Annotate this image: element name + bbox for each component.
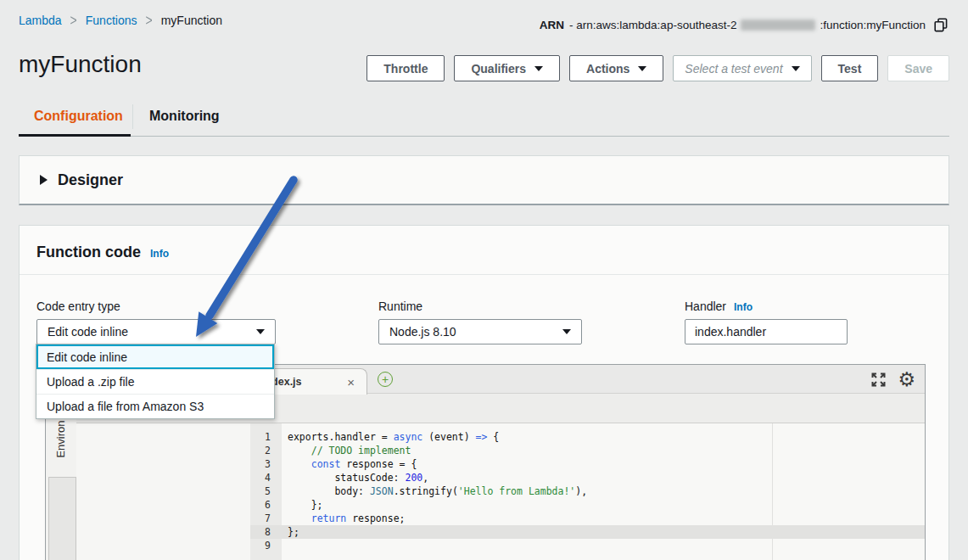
line-number: 9: [250, 539, 282, 552]
code-line[interactable]: 4 statusCode: 200,: [250, 471, 925, 484]
panel-divider: [20, 274, 948, 275]
active-tab-indicator: [19, 134, 131, 137]
code-entry-type-value: Edit code inline: [48, 325, 128, 339]
actions-label: Actions: [586, 62, 629, 76]
function-code-info-link[interactable]: Info: [150, 248, 169, 260]
environment-collapsed-tab[interactable]: Environ: [54, 412, 67, 467]
caret-down-icon: [638, 66, 646, 71]
code-entry-type-label: Code entry type: [36, 300, 120, 313]
expand-right-icon: [40, 175, 48, 185]
runtime-value: Node.js 8.10: [389, 325, 456, 339]
caret-down-icon: [792, 66, 800, 71]
new-tab-plus-icon[interactable]: +: [378, 372, 393, 387]
code-line[interactable]: 9: [250, 539, 925, 552]
code-entry-type-select[interactable]: Edit code inline: [36, 319, 276, 344]
arn-redacted-account-id: [741, 20, 815, 31]
code-line[interactable]: 3 const response = {: [250, 457, 925, 471]
actions-button[interactable]: Actions: [569, 55, 663, 81]
arn-prefix: - arn:aws:lambda:ap-southeast-2: [569, 19, 736, 31]
breadcrumb-item[interactable]: Lambda: [19, 14, 62, 27]
breadcrumb-item: myFunction: [161, 14, 222, 27]
close-tab-icon[interactable]: ×: [347, 375, 355, 389]
function-code-title: Function code: [36, 244, 141, 261]
line-number: 5: [250, 484, 282, 498]
line-number: 3: [250, 457, 282, 471]
breadcrumb-separator-icon: >: [145, 12, 152, 29]
breadcrumb-item[interactable]: Functions: [86, 14, 137, 27]
throttle-label: Throttle: [383, 62, 428, 76]
qualifiers-button[interactable]: Qualifiers: [454, 55, 560, 81]
function-code-header: Function code Info: [36, 244, 169, 261]
breadcrumb-separator-icon: >: [70, 12, 77, 29]
caret-down-icon: [534, 66, 543, 71]
save-label: Save: [904, 62, 932, 76]
designer-title: Designer: [58, 171, 123, 189]
handler-info-link[interactable]: Info: [734, 301, 753, 313]
handler-label-row: Handler Info: [685, 300, 753, 313]
copy-arn-icon[interactable]: [934, 18, 948, 32]
runtime-label: Runtime: [378, 300, 422, 313]
dropdown-option[interactable]: Upload a .zip file: [36, 369, 274, 394]
code-line[interactable]: 5 body: JSON.stringify('Hello from Lambd…: [250, 484, 925, 498]
breadcrumb: Lambda>Functions>myFunction: [19, 14, 222, 27]
page-title: myFunction: [19, 51, 142, 78]
designer-section-header[interactable]: Designer: [19, 155, 949, 205]
line-number: 8: [250, 525, 282, 539]
editor-settings-gear-icon[interactable]: ⚙: [898, 370, 915, 389]
code-line[interactable]: 7 return response;: [250, 512, 925, 525]
test-label: Test: [838, 62, 862, 76]
environment-collapsed-panel[interactable]: [48, 477, 76, 560]
editor-filetree-area: [76, 423, 250, 560]
arn-label: ARN: [540, 19, 564, 31]
dropdown-option[interactable]: Upload a file from Amazon S3: [36, 394, 274, 418]
handler-label: Handler: [685, 300, 726, 313]
code-line[interactable]: 8};: [250, 525, 925, 539]
arn-suffix: :function:myFunction: [820, 19, 926, 31]
tab-monitoring[interactable]: Monitoring: [149, 109, 220, 124]
tabs-underline: [19, 136, 949, 137]
tab-configuration[interactable]: Configuration: [34, 109, 123, 124]
test-event-placeholder: Select a test event: [685, 62, 782, 76]
handler-input[interactable]: [685, 319, 848, 344]
code-line[interactable]: 1exports.handler = async (event) => {: [250, 430, 925, 444]
code-line[interactable]: 6 };: [250, 498, 925, 512]
save-button[interactable]: Save: [887, 55, 949, 81]
tab-separator: [132, 104, 133, 129]
code-entry-dropdown-menu: Edit code inlineUpload a .zip fileUpload…: [36, 344, 275, 419]
runtime-select[interactable]: Node.js 8.10: [378, 319, 582, 344]
function-arn: ARN - arn:aws:lambda:ap-southeast-2 :fun…: [540, 18, 948, 32]
toolbar: Throttle Qualifiers Actions Select a tes…: [366, 55, 949, 81]
editor-window-icons: ⚙: [870, 365, 915, 394]
code-rows[interactable]: 1exports.handler = async (event) => {2 /…: [250, 430, 925, 552]
caret-down-icon: [256, 329, 265, 334]
caret-down-icon: [562, 329, 571, 334]
fullscreen-icon[interactable]: [870, 372, 887, 388]
dropdown-option[interactable]: Edit code inline: [36, 344, 274, 369]
line-number: 7: [250, 512, 282, 525]
test-event-select[interactable]: Select a test event: [673, 55, 811, 81]
line-number: 2: [250, 444, 282, 457]
test-button[interactable]: Test: [821, 55, 879, 81]
qualifiers-label: Qualifiers: [471, 62, 526, 76]
code-line[interactable]: 2 // TODO implement: [250, 444, 925, 457]
throttle-button[interactable]: Throttle: [366, 55, 445, 81]
line-number: 1: [250, 430, 282, 444]
line-number: 4: [250, 471, 282, 484]
lambda-console-screen: Lambda>Functions>myFunction ARN - arn:aw…: [0, 0, 968, 560]
line-number: 6: [250, 498, 282, 512]
